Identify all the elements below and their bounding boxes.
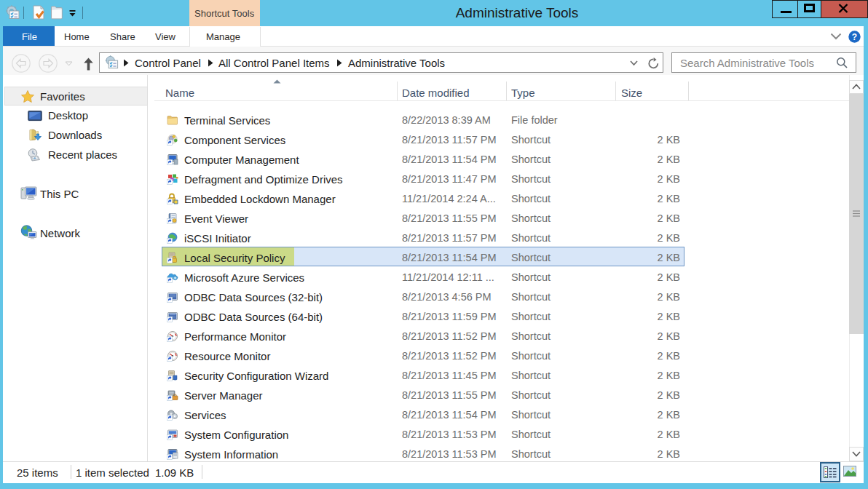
svg-text:?: ?	[852, 32, 857, 42]
